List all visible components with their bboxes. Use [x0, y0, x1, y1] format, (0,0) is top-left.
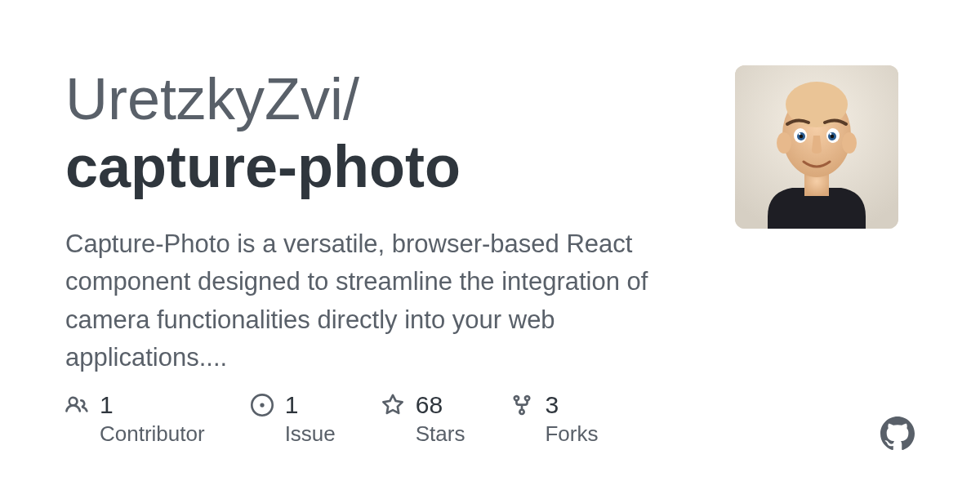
svg-point-13 [830, 133, 832, 136]
repo-title: UretzkyZvi/ capture-photo [65, 65, 702, 201]
repo-name[interactable]: capture-photo [65, 133, 702, 201]
stars-count: 68 [416, 390, 466, 420]
stat-contributors[interactable]: 1 Contributor [65, 390, 205, 447]
issues-label: Issue [285, 421, 336, 447]
stat-issues[interactable]: 1 Issue [251, 390, 336, 447]
forks-count: 3 [545, 390, 598, 420]
repo-owner[interactable]: UretzkyZvi [65, 66, 343, 131]
svg-point-4 [777, 132, 791, 154]
forks-label: Forks [545, 421, 598, 447]
svg-point-12 [799, 133, 801, 136]
repo-slash: / [343, 66, 359, 131]
stat-stars[interactable]: 68 Stars [381, 390, 466, 447]
svg-point-10 [800, 135, 803, 138]
github-logo-icon[interactable] [880, 416, 915, 451]
fork-icon [510, 394, 533, 416]
stars-label: Stars [416, 421, 466, 447]
repo-description: Capture-Photo is a versatile, browser-ba… [65, 225, 702, 377]
issues-count: 1 [285, 390, 336, 420]
svg-point-11 [831, 135, 834, 138]
contributors-count: 1 [100, 390, 205, 420]
avatar[interactable] [735, 65, 898, 229]
issue-icon [251, 394, 274, 416]
repo-stats: 1 Contributor 1 Issue 68 Sta [65, 390, 702, 447]
stat-forks[interactable]: 3 Forks [510, 390, 598, 447]
contributors-label: Contributor [100, 421, 205, 447]
svg-point-5 [842, 132, 857, 154]
star-icon [381, 394, 404, 416]
people-icon [65, 394, 88, 416]
